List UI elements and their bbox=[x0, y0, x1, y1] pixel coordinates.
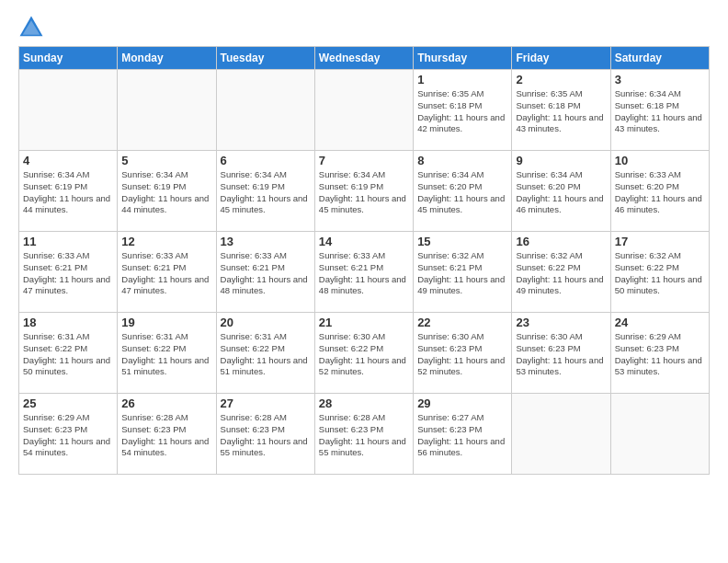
calendar-cell: 3Sunrise: 6:34 AM Sunset: 6:18 PM Daylig… bbox=[610, 70, 709, 151]
calendar-week-0: 1Sunrise: 6:35 AM Sunset: 6:18 PM Daylig… bbox=[19, 70, 710, 151]
calendar-header-row: SundayMondayTuesdayWednesdayThursdayFrid… bbox=[19, 47, 710, 70]
day-info: Sunrise: 6:29 AM Sunset: 6:23 PM Dayligh… bbox=[615, 331, 705, 378]
day-number: 10 bbox=[615, 154, 705, 167]
day-info: Sunrise: 6:31 AM Sunset: 6:22 PM Dayligh… bbox=[23, 331, 113, 378]
calendar-cell: 11Sunrise: 6:33 AM Sunset: 6:21 PM Dayli… bbox=[19, 232, 118, 313]
day-info: Sunrise: 6:30 AM Sunset: 6:23 PM Dayligh… bbox=[417, 331, 507, 378]
day-number: 16 bbox=[516, 235, 606, 248]
calendar-week-1: 4Sunrise: 6:34 AM Sunset: 6:19 PM Daylig… bbox=[19, 151, 710, 232]
calendar-cell: 23Sunrise: 6:30 AM Sunset: 6:23 PM Dayli… bbox=[512, 313, 610, 394]
calendar-cell: 24Sunrise: 6:29 AM Sunset: 6:23 PM Dayli… bbox=[610, 313, 709, 394]
calendar-cell: 16Sunrise: 6:32 AM Sunset: 6:22 PM Dayli… bbox=[512, 232, 610, 313]
calendar-cell: 27Sunrise: 6:28 AM Sunset: 6:23 PM Dayli… bbox=[216, 394, 314, 475]
day-info: Sunrise: 6:33 AM Sunset: 6:21 PM Dayligh… bbox=[221, 250, 311, 297]
calendar-cell: 17Sunrise: 6:32 AM Sunset: 6:22 PM Dayli… bbox=[610, 232, 709, 313]
day-number: 29 bbox=[417, 396, 507, 410]
calendar-cell: 2Sunrise: 6:35 AM Sunset: 6:18 PM Daylig… bbox=[512, 70, 610, 151]
calendar-cell: 21Sunrise: 6:30 AM Sunset: 6:22 PM Dayli… bbox=[314, 313, 413, 394]
day-number: 2 bbox=[516, 73, 606, 86]
calendar-week-2: 11Sunrise: 6:33 AM Sunset: 6:21 PM Dayli… bbox=[19, 232, 710, 313]
day-info: Sunrise: 6:30 AM Sunset: 6:22 PM Dayligh… bbox=[319, 331, 409, 378]
day-info: Sunrise: 6:29 AM Sunset: 6:23 PM Dayligh… bbox=[23, 412, 113, 459]
day-number: 7 bbox=[319, 154, 409, 167]
day-info: Sunrise: 6:33 AM Sunset: 6:21 PM Dayligh… bbox=[121, 250, 211, 297]
day-info: Sunrise: 6:31 AM Sunset: 6:22 PM Dayligh… bbox=[221, 331, 311, 378]
day-number: 20 bbox=[221, 316, 311, 329]
day-number: 5 bbox=[121, 154, 211, 167]
day-info: Sunrise: 6:33 AM Sunset: 6:20 PM Dayligh… bbox=[615, 169, 705, 216]
day-info: Sunrise: 6:32 AM Sunset: 6:22 PM Dayligh… bbox=[516, 250, 606, 297]
day-info: Sunrise: 6:34 AM Sunset: 6:19 PM Dayligh… bbox=[221, 169, 311, 216]
day-number: 8 bbox=[417, 154, 507, 167]
day-info: Sunrise: 6:34 AM Sunset: 6:19 PM Dayligh… bbox=[23, 169, 113, 216]
day-info: Sunrise: 6:35 AM Sunset: 6:18 PM Dayligh… bbox=[516, 88, 606, 135]
day-number: 22 bbox=[417, 316, 507, 329]
day-number: 24 bbox=[615, 316, 705, 329]
calendar-cell: 15Sunrise: 6:32 AM Sunset: 6:21 PM Dayli… bbox=[414, 232, 512, 313]
calendar-cell: 5Sunrise: 6:34 AM Sunset: 6:19 PM Daylig… bbox=[118, 151, 216, 232]
calendar-cell: 22Sunrise: 6:30 AM Sunset: 6:23 PM Dayli… bbox=[414, 313, 512, 394]
calendar-cell: 20Sunrise: 6:31 AM Sunset: 6:22 PM Dayli… bbox=[216, 313, 314, 394]
day-info: Sunrise: 6:34 AM Sunset: 6:20 PM Dayligh… bbox=[516, 169, 606, 216]
day-number: 21 bbox=[319, 316, 409, 329]
top-bar bbox=[18, 15, 710, 40]
calendar-cell: 9Sunrise: 6:34 AM Sunset: 6:20 PM Daylig… bbox=[512, 151, 610, 232]
day-number: 26 bbox=[121, 396, 211, 410]
day-number: 25 bbox=[23, 396, 113, 410]
day-number: 28 bbox=[319, 396, 409, 410]
day-number: 12 bbox=[121, 235, 211, 248]
day-info: Sunrise: 6:35 AM Sunset: 6:18 PM Dayligh… bbox=[417, 88, 507, 135]
calendar-col-saturday: Saturday bbox=[610, 47, 709, 70]
calendar-cell: 1Sunrise: 6:35 AM Sunset: 6:18 PM Daylig… bbox=[414, 70, 512, 151]
day-number: 27 bbox=[221, 396, 311, 410]
day-number: 1 bbox=[417, 73, 507, 86]
calendar-cell: 6Sunrise: 6:34 AM Sunset: 6:19 PM Daylig… bbox=[216, 151, 314, 232]
day-info: Sunrise: 6:34 AM Sunset: 6:20 PM Dayligh… bbox=[417, 169, 507, 216]
calendar-col-sunday: Sunday bbox=[19, 47, 118, 70]
day-info: Sunrise: 6:28 AM Sunset: 6:23 PM Dayligh… bbox=[221, 412, 311, 459]
calendar-cell: 10Sunrise: 6:33 AM Sunset: 6:20 PM Dayli… bbox=[610, 151, 709, 232]
calendar-col-wednesday: Wednesday bbox=[314, 47, 413, 70]
calendar-cell bbox=[118, 70, 216, 151]
calendar-cell: 28Sunrise: 6:28 AM Sunset: 6:23 PM Dayli… bbox=[314, 394, 413, 475]
day-info: Sunrise: 6:34 AM Sunset: 6:19 PM Dayligh… bbox=[319, 169, 409, 216]
calendar-cell: 13Sunrise: 6:33 AM Sunset: 6:21 PM Dayli… bbox=[216, 232, 314, 313]
day-info: Sunrise: 6:33 AM Sunset: 6:21 PM Dayligh… bbox=[319, 250, 409, 297]
day-number: 18 bbox=[23, 316, 113, 329]
day-number: 6 bbox=[221, 154, 311, 167]
calendar-col-friday: Friday bbox=[512, 47, 610, 70]
calendar-cell bbox=[216, 70, 314, 151]
calendar-cell: 26Sunrise: 6:28 AM Sunset: 6:23 PM Dayli… bbox=[118, 394, 216, 475]
calendar-col-thursday: Thursday bbox=[414, 47, 512, 70]
day-number: 17 bbox=[615, 235, 705, 248]
calendar-cell: 25Sunrise: 6:29 AM Sunset: 6:23 PM Dayli… bbox=[19, 394, 118, 475]
logo-icon bbox=[18, 15, 44, 40]
calendar-week-4: 25Sunrise: 6:29 AM Sunset: 6:23 PM Dayli… bbox=[19, 394, 710, 475]
day-info: Sunrise: 6:34 AM Sunset: 6:19 PM Dayligh… bbox=[121, 169, 211, 216]
day-info: Sunrise: 6:31 AM Sunset: 6:22 PM Dayligh… bbox=[121, 331, 211, 378]
day-info: Sunrise: 6:28 AM Sunset: 6:23 PM Dayligh… bbox=[319, 412, 409, 459]
calendar-col-tuesday: Tuesday bbox=[216, 47, 314, 70]
day-number: 19 bbox=[121, 316, 211, 329]
day-number: 15 bbox=[417, 235, 507, 248]
calendar-cell: 12Sunrise: 6:33 AM Sunset: 6:21 PM Dayli… bbox=[118, 232, 216, 313]
logo bbox=[18, 15, 48, 40]
day-number: 4 bbox=[23, 154, 113, 167]
calendar-cell bbox=[314, 70, 413, 151]
calendar-cell: 29Sunrise: 6:27 AM Sunset: 6:23 PM Dayli… bbox=[414, 394, 512, 475]
calendar-cell: 7Sunrise: 6:34 AM Sunset: 6:19 PM Daylig… bbox=[314, 151, 413, 232]
day-info: Sunrise: 6:32 AM Sunset: 6:22 PM Dayligh… bbox=[615, 250, 705, 297]
calendar-cell bbox=[512, 394, 610, 475]
calendar-cell bbox=[19, 70, 118, 151]
day-info: Sunrise: 6:30 AM Sunset: 6:23 PM Dayligh… bbox=[516, 331, 606, 378]
day-info: Sunrise: 6:27 AM Sunset: 6:23 PM Dayligh… bbox=[417, 412, 507, 459]
calendar-week-3: 18Sunrise: 6:31 AM Sunset: 6:22 PM Dayli… bbox=[19, 313, 710, 394]
day-number: 11 bbox=[23, 235, 113, 248]
calendar-cell bbox=[610, 394, 709, 475]
calendar-cell: 4Sunrise: 6:34 AM Sunset: 6:19 PM Daylig… bbox=[19, 151, 118, 232]
day-number: 13 bbox=[221, 235, 311, 248]
calendar-cell: 14Sunrise: 6:33 AM Sunset: 6:21 PM Dayli… bbox=[314, 232, 413, 313]
day-info: Sunrise: 6:32 AM Sunset: 6:21 PM Dayligh… bbox=[417, 250, 507, 297]
day-number: 3 bbox=[615, 73, 705, 86]
day-number: 9 bbox=[516, 154, 606, 167]
